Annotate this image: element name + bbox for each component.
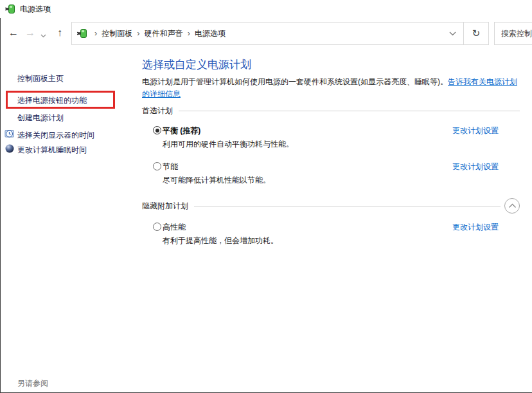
breadcrumb-power-options[interactable]: 电源选项 bbox=[195, 28, 226, 39]
titlebar: 电源选项 bbox=[0, 0, 532, 18]
display-clock-icon bbox=[4, 129, 15, 139]
sidebar-item-choose-power-buttons[interactable]: 选择电源按钮的功能 bbox=[17, 96, 87, 105]
intro-text: 电源计划是用于管理计算机如何使用电源的一套硬件和系统设置(如显示器亮度、睡眠等)… bbox=[142, 77, 448, 86]
section-rule bbox=[194, 206, 501, 206]
sidebar-item-change-sleep-time[interactable]: 更改计算机睡眠时间 bbox=[17, 145, 87, 154]
collapse-section-button[interactable] bbox=[504, 198, 520, 214]
section-hide-additional-plans: 隐藏附加计划 bbox=[142, 198, 520, 214]
plan-name: 节能 bbox=[163, 161, 178, 172]
window-body: ← → ↑ › 控制面板 › 硬件和声音 › 电源选项 bbox=[0, 18, 532, 393]
window-title: 电源选项 bbox=[20, 4, 51, 15]
section-rule bbox=[179, 111, 520, 111]
radio-balanced[interactable] bbox=[153, 126, 161, 134]
change-plan-settings-link[interactable]: 更改计划设置 bbox=[452, 161, 499, 172]
search-input[interactable]: 搜索控制 bbox=[494, 22, 532, 45]
plan-name: 平衡 (推荐) bbox=[163, 125, 200, 136]
sidebar-item-control-panel-home[interactable]: 控制面板主页 bbox=[17, 74, 64, 83]
sidebar-item-create-power-plan[interactable]: 创建电源计划 bbox=[17, 113, 64, 122]
address-dropdown-chevron-icon[interactable] bbox=[441, 23, 463, 44]
plan-description: 利用可用的硬件自动平衡功耗与性能。 bbox=[163, 140, 294, 149]
page-title: 选择或自定义电源计划 bbox=[142, 59, 251, 71]
sleep-sphere-icon bbox=[4, 143, 15, 154]
section-label: 隐藏附加计划 bbox=[142, 201, 188, 212]
plan-row-high-performance: 高性能 更改计划设置 bbox=[142, 222, 520, 232]
see-also-label: 另请参阅 bbox=[17, 378, 48, 389]
intro-paragraph: 电源计划是用于管理计算机如何使用电源的一套硬件和系统设置(如显示器亮度、睡眠等)… bbox=[142, 76, 521, 100]
breadcrumb-separator-icon: › bbox=[183, 23, 195, 44]
change-plan-settings-link[interactable]: 更改计划设置 bbox=[452, 125, 499, 136]
change-plan-settings-link[interactable]: 更改计划设置 bbox=[452, 222, 499, 232]
plan-name: 高性能 bbox=[163, 222, 186, 232]
plan-description: 尽可能降低计算机性能以节能。 bbox=[163, 176, 270, 185]
section-preferred-plans: 首选计划 bbox=[142, 103, 520, 118]
plan-row-power-saver: 节能 更改计划设置 bbox=[142, 161, 520, 172]
refresh-button[interactable]: ↻ bbox=[463, 23, 488, 44]
sidebar: 控制面板主页 选择电源按钮的功能 创建电源计划 选择关闭显示器的时间 bbox=[1, 18, 139, 392]
section-label: 首选计划 bbox=[142, 105, 173, 116]
plan-description: 有利于提高性能，但会增加功耗。 bbox=[163, 236, 278, 246]
power-options-icon bbox=[5, 4, 15, 14]
plan-row-balanced: 平衡 (推荐) 更改计划设置 bbox=[142, 125, 520, 136]
sidebar-item-choose-display-off-time[interactable]: 选择关闭显示器的时间 bbox=[17, 131, 94, 140]
radio-high-performance[interactable] bbox=[153, 223, 161, 231]
radio-power-saver[interactable] bbox=[153, 162, 161, 170]
breadcrumb-hardware-sound[interactable]: 硬件和声音 bbox=[145, 28, 183, 39]
